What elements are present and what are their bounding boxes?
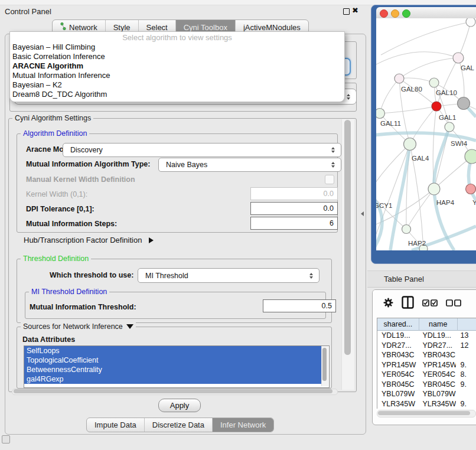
attr-list-scrollbar-thumb[interactable] (322, 348, 327, 381)
network-node[interactable] (445, 122, 454, 132)
network-node-label: SWI4 (451, 140, 468, 147)
table-cell: YBR045C (377, 380, 418, 390)
table-cell: YLR345W (377, 399, 418, 409)
algorithm-option[interactable]: ARACNE Algorithm (10, 61, 344, 71)
data-attribute-item[interactable]: gal4RGexp (24, 374, 322, 384)
table-cell: YBR043C (377, 350, 418, 360)
network-window-titlebar[interactable] (376, 7, 476, 18)
network-edge-highlighted[interactable] (390, 144, 410, 250)
table-cell: 8. (456, 370, 476, 380)
tab-impute-data[interactable]: Impute Data (87, 418, 145, 432)
sources-title: Sources for Network Inference (23, 322, 123, 331)
table-row[interactable]: YPR145WYPR145W9. (377, 360, 476, 370)
table-hscrollbar-thumb[interactable] (378, 411, 470, 415)
network-canvas[interactable]: GALGAL80GAL10GAL1GAL11SWI4GAL4GCY1HAP4YH… (376, 18, 476, 250)
aracne-mode-combo[interactable]: Discovery (63, 143, 341, 157)
float-panel-icon[interactable] (343, 8, 350, 15)
collapse-arrow-icon[interactable] (126, 324, 133, 329)
split-collapse-icon[interactable] (361, 211, 364, 216)
close-panel-icon[interactable]: ✖ (352, 6, 358, 15)
algorithm-option[interactable]: Basic Correlation Inference (10, 52, 344, 61)
data-attribute-item[interactable]: BetweennessCentrality (24, 365, 322, 374)
network-node[interactable] (458, 97, 470, 110)
which-threshold-combo[interactable]: MI Threshold (138, 268, 319, 283)
network-edge[interactable] (458, 22, 471, 58)
apply-button[interactable]: Apply (158, 399, 201, 412)
tab-infer-network[interactable]: Infer Network (213, 418, 273, 432)
table-row[interactable]: YER054CYER054C8. (377, 370, 476, 380)
network-node-label: Y (472, 199, 476, 206)
manual-kernel-checkbox[interactable] (325, 175, 334, 184)
network-edge[interactable] (380, 106, 436, 113)
close-window-icon[interactable] (380, 9, 388, 18)
table-row[interactable]: YBL079WYBL079W (377, 389, 476, 399)
table-panel: shared... name YDL19...YDL19...13YDR27..… (372, 289, 476, 425)
algorithm-option[interactable]: Bayesian – Hill Climbing (10, 43, 344, 52)
table-row[interactable]: YBR043CYBR043C (377, 350, 476, 360)
network-node[interactable] (465, 149, 476, 164)
column-header-shared-name[interactable]: shared... (377, 318, 419, 331)
node-table: shared... name YDL19...YDL19...13YDR27..… (377, 318, 476, 409)
gear-icon[interactable] (383, 298, 393, 310)
network-edge[interactable] (376, 52, 458, 64)
data-attribute-item[interactable]: SelfLoops (24, 346, 322, 356)
table-cell: 9. (456, 360, 476, 370)
kernel-width-field[interactable]: 0.0 (250, 187, 338, 200)
column-header-name[interactable]: name (419, 318, 458, 331)
deselect-all-columns-icon[interactable] (446, 298, 461, 309)
tab-network-label: Network (69, 23, 97, 32)
tab-discretize-data[interactable]: Discretize Data (145, 418, 213, 432)
network-node[interactable] (466, 18, 475, 27)
network-node[interactable] (402, 225, 411, 234)
column-header-3[interactable] (458, 318, 476, 331)
network-node[interactable] (395, 74, 404, 83)
network-node-label: GAL10 (436, 89, 457, 96)
table-cell: YDL19... (377, 331, 418, 341)
settings-scrollbar-thumb[interactable] (344, 120, 351, 355)
network-edge[interactable] (381, 22, 471, 55)
network-edge[interactable] (434, 156, 472, 189)
network-node[interactable] (428, 183, 440, 195)
network-edge[interactable] (380, 79, 399, 113)
table-cell: YPR145W (377, 360, 418, 370)
split-columns-icon[interactable] (402, 296, 414, 311)
table-cell: YDR27... (377, 341, 418, 351)
algorithm-option[interactable]: Dream8 DC_TDC Algorithm (10, 90, 344, 99)
collapsed-panel-icon[interactable] (2, 435, 10, 444)
network-node[interactable] (466, 184, 476, 194)
network-node[interactable] (404, 138, 416, 151)
table-hscrollbar-track[interactable] (377, 410, 476, 418)
dpi-tolerance-label: DPI Tolerance [0,1]: (26, 205, 94, 213)
kernel-width-label: Kernel Width (0,1): (26, 190, 87, 198)
table-panel-header: Table Panel (367, 270, 476, 288)
table-cell: YBR043C (418, 350, 456, 360)
maximize-window-icon[interactable] (402, 9, 410, 18)
mi-type-combo[interactable]: Naive Bayes (158, 158, 341, 172)
settings-hscrollbar-thumb[interactable] (14, 389, 332, 393)
mi-steps-label: Mutual Information Steps: (26, 220, 117, 228)
network-node[interactable] (376, 109, 385, 119)
minimize-window-icon[interactable] (391, 9, 399, 18)
algorithm-option[interactable]: Bayesian – K2 (10, 80, 344, 90)
network-node[interactable] (453, 53, 464, 63)
mi-threshold-field[interactable]: 0.5 (263, 299, 336, 312)
table-row[interactable]: YLR345WYLR345W9. (377, 399, 476, 409)
dpi-tolerance-field[interactable]: 0.0 (250, 202, 338, 215)
network-node-label: GAL80 (401, 86, 422, 93)
network-node[interactable] (429, 78, 439, 87)
data-attribute-item[interactable]: TopologicalCoefficient (24, 356, 322, 365)
table-row[interactable]: YBR045CYBR045C9. (377, 380, 476, 390)
which-threshold-label: Which threshold to use: (50, 271, 133, 279)
mi-steps-field[interactable]: 6 (250, 217, 338, 230)
manual-kernel-label: Manual Kernel Width Definition (26, 175, 135, 184)
algorithm-option[interactable]: Mutual Information Inference (10, 71, 344, 80)
network-node[interactable] (432, 102, 441, 111)
table-row[interactable]: YDL19...YDL19...13 (377, 331, 476, 341)
hub-definition-toggle[interactable]: Hub/Transcription Factor Definition (24, 236, 154, 244)
select-all-columns-icon[interactable] (422, 298, 438, 309)
table-row[interactable]: YDR27...YDR27...12 (377, 341, 476, 351)
network-edge[interactable] (436, 58, 458, 106)
network-view[interactable]: GALGAL80GAL10GAL1GAL11SWI4GAL4GCY1HAP4YH… (376, 18, 476, 250)
network-node-label: GCY1 (376, 202, 392, 209)
network-edge[interactable] (410, 106, 436, 144)
